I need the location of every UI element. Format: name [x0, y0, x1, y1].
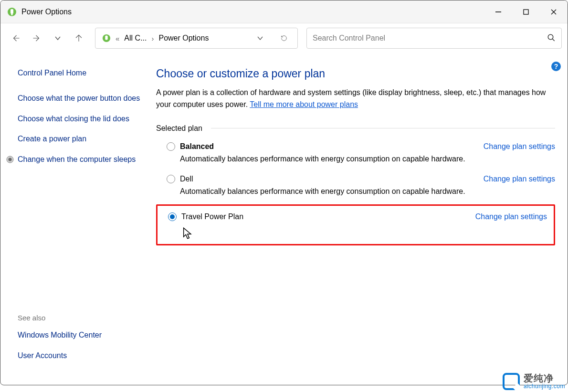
plan-description: Automatically balances performance with …	[180, 155, 555, 163]
up-button[interactable]	[69, 29, 88, 48]
power-plan-balanced: Balanced Change plan settings Automatica…	[156, 139, 555, 172]
sidebar-link-power-button[interactable]: Choose what the power button does	[18, 93, 142, 105]
sidebar: Control Panel Home Choose what the power…	[0, 53, 148, 385]
sidebar-link-close-lid[interactable]: Choose what closing the lid does	[18, 113, 142, 125]
search-input[interactable]	[313, 34, 547, 42]
watermark: 爱纯净 aichunjing.com	[500, 371, 568, 392]
address-bar[interactable]: « All C... › Power Options	[95, 28, 298, 49]
recent-dropdown[interactable]	[48, 29, 67, 48]
svg-point-9	[548, 34, 553, 40]
section-label: Selected plan	[156, 124, 202, 133]
window-buttons	[484, 0, 568, 23]
main-content: Choose or customize a power plan A power…	[148, 53, 568, 385]
sidebar-home-link[interactable]: Control Panel Home	[18, 67, 142, 79]
svg-rect-2	[11, 14, 13, 15]
watermark-url: aichunjing.com	[524, 383, 565, 390]
plan-name[interactable]: Balanced	[180, 142, 214, 151]
window-title: Power Options	[21, 8, 72, 16]
svg-rect-4	[524, 10, 528, 14]
plan-name[interactable]: Dell	[180, 175, 193, 183]
section-header: Selected plan	[156, 124, 555, 133]
change-plan-settings-link[interactable]: Change plan settings	[484, 175, 555, 183]
titlebar: Power Options	[0, 0, 568, 23]
see-also-mobility[interactable]: Windows Mobility Center	[18, 329, 142, 341]
radio-dell[interactable]	[167, 175, 175, 183]
active-item-icon	[6, 156, 14, 163]
navbar: « All C... › Power Options	[0, 23, 568, 53]
svg-rect-8	[105, 36, 107, 40]
watermark-text: 爱纯净	[524, 373, 565, 383]
intro-link[interactable]: Tell me more about power plans	[250, 100, 358, 108]
minimize-button[interactable]	[484, 0, 512, 23]
change-plan-settings-link[interactable]: Change plan settings	[484, 142, 555, 151]
radio-balanced[interactable]	[167, 142, 175, 151]
power-plan-dell: Dell Change plan settings Automatically …	[156, 172, 555, 204]
breadcrumb-segment-2[interactable]: Power Options	[156, 34, 211, 42]
maximize-button[interactable]	[512, 0, 540, 23]
svg-line-10	[552, 39, 555, 41]
forward-button[interactable]	[27, 29, 46, 48]
divider	[211, 128, 555, 128]
app-icon	[7, 7, 17, 17]
address-app-icon	[99, 34, 114, 42]
address-chevron-left-icon: «	[114, 34, 121, 42]
see-also-label: See also	[18, 314, 142, 322]
plan-name[interactable]: Travel Power Plan	[181, 212, 243, 221]
cursor-icon	[182, 227, 194, 240]
watermark-logo-icon	[503, 373, 520, 390]
body: ? Control Panel Home Choose what the pow…	[0, 53, 568, 385]
sidebar-link-create-plan[interactable]: Create a power plan	[18, 133, 142, 145]
see-also-user-accounts[interactable]: User Accounts	[18, 350, 142, 362]
svg-point-12	[9, 158, 12, 161]
plan-description: Automatically balances performance with …	[180, 187, 555, 196]
chevron-right-icon: ›	[149, 34, 156, 42]
radio-travel[interactable]	[168, 212, 177, 221]
window: Power Options	[0, 0, 568, 385]
intro-paragraph: A power plan is a collection of hardware…	[156, 87, 555, 111]
sidebar-link-sleep[interactable]: Change when the computer sleeps	[18, 154, 136, 166]
search-box[interactable]	[306, 28, 562, 49]
back-button[interactable]	[6, 29, 25, 48]
change-plan-settings-link[interactable]: Change plan settings	[475, 212, 547, 221]
see-also: See also Windows Mobility Center User Ac…	[18, 314, 142, 375]
search-icon[interactable]	[547, 33, 556, 43]
help-icon[interactable]: ?	[551, 62, 561, 71]
breadcrumb-segment-1[interactable]: All C...	[121, 34, 149, 42]
page-heading: Choose or customize a power plan	[156, 67, 555, 80]
address-dropdown[interactable]	[251, 29, 270, 48]
power-plan-travel: Travel Power Plan Change plan settings	[156, 204, 555, 245]
svg-rect-1	[11, 9, 13, 14]
close-button[interactable]	[540, 0, 568, 23]
refresh-button[interactable]	[274, 29, 294, 48]
